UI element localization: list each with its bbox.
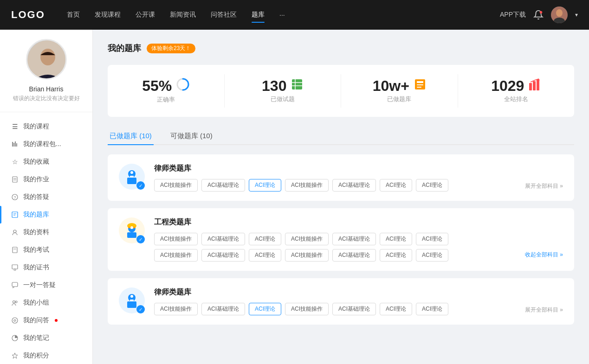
svg-marker-29 (12, 353, 18, 358)
tag-item[interactable]: ACI技能操作 (154, 233, 198, 245)
tag-item[interactable]: ACI技能操作 (285, 303, 329, 315)
sidebar: Brian Harris 错误的决定比没有决定要好 ☰ 我的课程 我的课程包..… (0, 30, 93, 364)
nav-item-more[interactable]: ··· (279, 9, 285, 20)
sidebar-label: 我的证书 (23, 263, 49, 272)
check-badge: ✓ (136, 305, 145, 313)
nav-item-qbank[interactable]: 题库 (252, 9, 265, 21)
sidebar-label: 我的考试 (23, 246, 49, 254)
svg-rect-10 (13, 177, 17, 182)
main-content: 我的题库 体验剩余23天！ 55% 正确率 (93, 30, 589, 364)
logo: LOGO (11, 9, 48, 21)
sidebar-item-my-courses[interactable]: ☰ 我的课程 (0, 118, 92, 135)
nav-item-discover[interactable]: 发现课程 (95, 9, 121, 21)
tag-item[interactable]: ACI基础理论 (201, 233, 245, 245)
sidebar-label: 我的答疑 (23, 193, 49, 201)
tag-item[interactable]: ACI技能操作 (154, 249, 198, 262)
nav-item-open[interactable]: 公开课 (136, 9, 155, 21)
sidebar-item-favorites[interactable]: ☆ 我的收藏 (0, 153, 92, 171)
sidebar-item-certificate[interactable]: 我的证书 (0, 259, 92, 276)
expand-link-1[interactable]: 展开全部科目 » (525, 182, 563, 190)
tag-item[interactable]: ACI基础理论 (201, 179, 245, 192)
tag-item[interactable]: ACI理论 (416, 249, 448, 262)
qbank-tags-1: ACI技能操作 ACI基础理论 ACI理论 ACI技能操作 ACI基础理论 AC… (154, 179, 563, 192)
tag-item[interactable]: ACI理论 (380, 233, 412, 245)
tag-item[interactable]: ACI理论 (380, 179, 412, 192)
stat-label-rank: 全站排名 (504, 95, 528, 103)
svg-rect-40 (533, 81, 536, 90)
svg-rect-7 (13, 143, 14, 147)
sidebar-item-notes[interactable]: 我的笔记 (0, 329, 92, 347)
user-dropdown-arrow[interactable]: ▾ (575, 12, 578, 18)
tag-item[interactable]: ACI理论 (249, 249, 281, 262)
stat-number-rank: 1029 (491, 78, 524, 93)
svg-point-24 (13, 301, 15, 303)
tag-item-active[interactable]: ACI理论 (249, 179, 281, 192)
chat-icon (11, 281, 19, 289)
tag-item[interactable]: ACI理论 (249, 233, 281, 245)
content-tabs: 已做题库 (10) 可做题库 (10) (108, 128, 574, 145)
sidebar-label: 一对一答疑 (23, 281, 56, 289)
stat-label-done: 已做试题 (271, 95, 295, 103)
tag-item[interactable]: ACI基础理论 (201, 249, 245, 262)
qbank-avatar-engineering: ✓ (119, 217, 145, 243)
svg-rect-47 (130, 176, 134, 178)
nav-item-qa[interactable]: 问答社区 (211, 9, 237, 21)
tag-item[interactable]: ACI技能操作 (285, 179, 329, 192)
nav-item-home[interactable]: 首页 (67, 9, 80, 21)
tag-item[interactable]: ACI理论 (380, 249, 412, 262)
app-download-link[interactable]: APP下载 (500, 11, 526, 19)
svg-rect-36 (417, 81, 423, 83)
sidebar-label: 我的课程 (23, 122, 49, 131)
sidebar-item-points[interactable]: 我的积分 (0, 347, 92, 364)
tag-item[interactable]: ACI理论 (380, 303, 412, 315)
svg-point-26 (12, 318, 18, 323)
tag-item[interactable]: ACI基础理论 (332, 249, 376, 262)
sidebar-item-qbank[interactable]: 我的题库 (0, 206, 92, 224)
sidebar-item-questions[interactable]: ? 我的答疑 (0, 188, 92, 206)
sidebar-item-my-qa[interactable]: 我的问答 (0, 312, 92, 329)
sidebar-item-homework[interactable]: 我的作业 (0, 171, 92, 188)
nav-menu: 首页 发现课程 公开课 新闻资讯 问答社区 题库 ··· (67, 9, 500, 21)
stat-icon-table (291, 78, 303, 93)
sidebar-item-course-package[interactable]: 我的课程包... (0, 135, 92, 153)
exam-icon (11, 246, 19, 254)
svg-point-53 (130, 226, 133, 229)
qbank-title-3: 律师类题库 (154, 287, 563, 297)
tab-available-banks[interactable]: 可做题库 (10) (168, 128, 214, 145)
sidebar-label: 我的题库 (23, 211, 49, 219)
svg-rect-39 (529, 83, 532, 90)
svg-text:?: ? (13, 195, 16, 200)
stat-number-correct: 55% (142, 78, 172, 93)
nav-item-news[interactable]: 新闻资讯 (170, 9, 196, 21)
tag-item[interactable]: ACI技能操作 (154, 303, 198, 315)
sidebar-item-profile[interactable]: 我的资料 (0, 224, 92, 241)
notification-dot (55, 319, 58, 322)
notification-bell[interactable] (533, 10, 544, 20)
stat-icon-bank (414, 78, 426, 93)
tag-item[interactable]: ACI基础理论 (332, 179, 376, 192)
tag-item-active[interactable]: ACI理论 (249, 303, 281, 315)
tag-item[interactable]: ACI技能操作 (154, 179, 198, 192)
qbank-tags-3: ACI技能操作 ACI基础理论 ACI理论 ACI技能操作 ACI基础理论 AC… (154, 303, 563, 315)
tag-item[interactable]: ACI基础理论 (201, 303, 245, 315)
tag-item[interactable]: ACI技能操作 (285, 249, 329, 262)
sidebar-username: Brian Harris (29, 85, 64, 93)
tab-done-banks[interactable]: 已做题库 (10) (108, 128, 154, 145)
main-layout: Brian Harris 错误的决定比没有决定要好 ☰ 我的课程 我的课程包..… (0, 30, 589, 364)
qbank-title-2: 工程类题库 (154, 217, 563, 227)
sidebar-item-group[interactable]: 我的小组 (0, 294, 92, 312)
stat-global-rank: 1029 全站排名 (458, 74, 575, 108)
tag-item[interactable]: ACI基础理论 (332, 303, 376, 315)
sidebar-item-one-on-one[interactable]: 一对一答疑 (0, 276, 92, 294)
tag-item[interactable]: ACI技能操作 (285, 233, 329, 245)
tag-item[interactable]: ACI基础理论 (332, 233, 376, 245)
sidebar-profile: Brian Harris 错误的决定比没有决定要好 (0, 39, 92, 112)
trial-badge: 体验剩余23天！ (147, 44, 195, 53)
user-avatar[interactable] (551, 6, 568, 23)
tag-item[interactable]: ACI理论 (416, 233, 448, 245)
expand-link-3[interactable]: 展开全部科目 » (525, 306, 563, 314)
expand-link-2[interactable]: 收起全部科目 » (525, 251, 563, 262)
tag-item[interactable]: ACI理论 (416, 303, 448, 315)
sidebar-item-exam[interactable]: 我的考试 (0, 241, 92, 259)
tag-item[interactable]: ACI理论 (416, 179, 448, 192)
